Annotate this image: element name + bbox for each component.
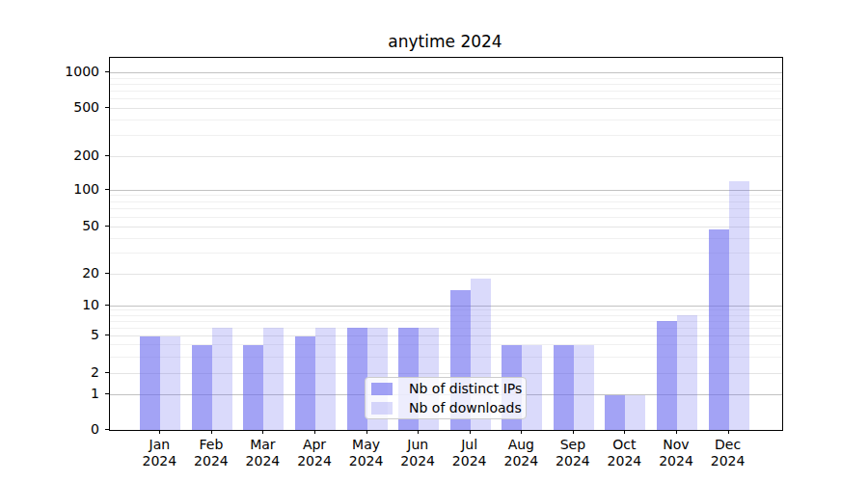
bar-downloads-jan <box>160 336 180 431</box>
x-tick-mark <box>728 430 729 434</box>
bar-distinct-ips-jan <box>140 336 160 431</box>
minor-gridline <box>110 98 782 99</box>
x-tick-label: Nov2024 <box>647 437 705 469</box>
legend: Nb of distinct IPs Nb of downloads <box>365 377 527 419</box>
minor-gridline <box>110 238 782 239</box>
legend-item-downloads: Nb of downloads <box>371 400 520 415</box>
major-gridline <box>110 306 782 307</box>
y-tick-mark <box>105 189 109 190</box>
y-tick-label: 10 <box>41 298 99 311</box>
major-gridline <box>110 72 782 73</box>
bar-downloads-oct <box>625 395 645 431</box>
labeled-gridline <box>110 156 782 157</box>
y-tick-mark <box>105 155 109 156</box>
x-tick-year: 2024 <box>699 453 757 469</box>
y-tick-mark <box>105 429 109 430</box>
x-tick-label: May2024 <box>338 437 395 469</box>
x-tick-label: Jun2024 <box>389 437 447 469</box>
x-tick-label: Apr2024 <box>285 437 343 469</box>
bar-downloads-sep <box>574 345 594 430</box>
bar-downloads-mar <box>263 328 284 430</box>
figure-canvas: anytime 2024 Nb of distinct IPs Nb of do… <box>0 0 868 482</box>
y-tick-mark <box>105 335 109 335</box>
x-tick-mark <box>573 430 574 434</box>
x-tick-month: Dec <box>699 437 757 453</box>
y-tick-label: 5 <box>41 328 99 341</box>
x-tick-mark <box>159 430 160 434</box>
y-tick-label: 50 <box>41 219 99 232</box>
bar-downloads-apr <box>315 328 336 430</box>
y-tick-label: 1000 <box>41 65 99 78</box>
x-tick-month: Feb <box>182 437 240 453</box>
x-tick-year: 2024 <box>285 453 343 469</box>
minor-gridline <box>110 135 782 136</box>
x-tick-month: Jan <box>130 437 188 453</box>
x-tick-year: 2024 <box>441 453 499 469</box>
bar-downloads-dec <box>729 181 749 430</box>
minor-gridline <box>110 201 782 202</box>
x-tick-mark <box>470 430 471 434</box>
x-tick-label: Jul2024 <box>441 437 499 469</box>
y-tick-label: 500 <box>41 100 99 114</box>
minor-gridline <box>110 84 782 85</box>
x-tick-year: 2024 <box>595 453 653 469</box>
x-tick-month: Nov <box>647 437 705 453</box>
x-tick-year: 2024 <box>647 453 705 469</box>
x-tick-mark <box>366 430 367 434</box>
x-tick-month: Sep <box>544 437 602 453</box>
y-tick-mark <box>105 226 109 227</box>
bar-distinct-ips-sep <box>554 345 574 430</box>
x-tick-month: May <box>338 437 395 453</box>
minor-gridline <box>110 217 782 218</box>
plot-area <box>109 57 783 431</box>
bar-distinct-ips-dec <box>709 229 729 430</box>
x-tick-month: Oct <box>595 437 653 453</box>
y-tick-label: 200 <box>41 148 99 162</box>
x-tick-year: 2024 <box>544 453 602 469</box>
minor-gridline <box>110 195 782 196</box>
bar-distinct-ips-apr <box>295 336 315 431</box>
x-tick-label: Dec2024 <box>699 437 757 469</box>
minor-gridline <box>110 309 782 310</box>
minor-gridline <box>110 91 782 92</box>
chart-title: anytime 2024 <box>109 32 781 51</box>
x-tick-label: Sep2024 <box>544 437 602 469</box>
x-tick-label: Mar2024 <box>233 437 291 469</box>
y-tick-label: 100 <box>41 182 99 196</box>
bar-distinct-ips-nov <box>657 321 677 430</box>
y-tick-mark <box>105 393 109 394</box>
legend-label-downloads: Nb of downloads <box>409 401 522 415</box>
x-tick-year: 2024 <box>233 453 291 469</box>
x-tick-year: 2024 <box>492 453 550 469</box>
x-tick-month: Mar <box>233 437 291 453</box>
x-tick-year: 2024 <box>182 453 240 469</box>
bar-distinct-ips-oct <box>605 395 625 431</box>
y-tick-label: 1 <box>41 387 99 400</box>
x-tick-mark <box>676 430 677 434</box>
bar-distinct-ips-feb <box>192 345 212 430</box>
legend-label-distinct-ips: Nb of distinct IPs <box>409 382 522 396</box>
legend-item-distinct-ips: Nb of distinct IPs <box>371 381 520 396</box>
x-tick-label: Feb2024 <box>182 437 240 469</box>
legend-swatch-downloads <box>371 402 393 415</box>
labeled-gridline <box>110 108 782 109</box>
x-tick-mark <box>418 430 419 434</box>
x-tick-year: 2024 <box>338 453 395 469</box>
labeled-gridline <box>110 227 782 228</box>
bar-distinct-ips-mar <box>243 345 263 430</box>
x-tick-label: Aug2024 <box>492 437 550 469</box>
x-tick-month: Aug <box>492 437 550 453</box>
y-tick-mark <box>105 372 109 373</box>
minor-gridline <box>110 120 782 120</box>
x-tick-mark <box>521 430 522 434</box>
x-tick-mark <box>262 430 263 434</box>
x-tick-mark <box>624 430 625 434</box>
bar-downloads-feb <box>212 328 232 430</box>
y-tick-label: 20 <box>41 266 99 280</box>
x-tick-mark <box>211 430 212 434</box>
y-tick-mark <box>105 107 109 108</box>
x-tick-month: Jul <box>441 437 499 453</box>
bar-downloads-nov <box>677 315 697 430</box>
x-tick-label: Oct2024 <box>595 437 653 469</box>
y-tick-mark <box>105 305 109 306</box>
